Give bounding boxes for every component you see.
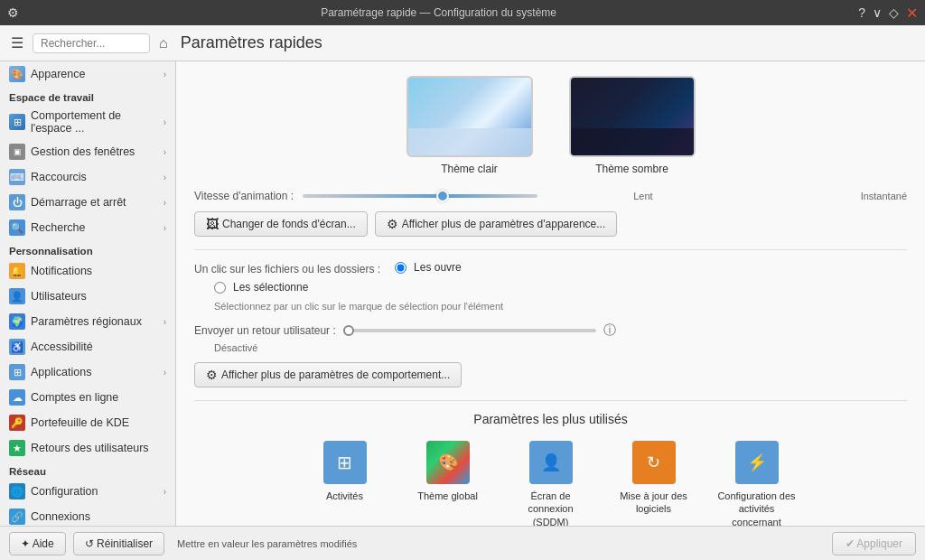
sidebar-item-connections[interactable]: 🔗 Connexions — [0, 504, 175, 526]
maximize-button[interactable]: ◇ — [889, 5, 899, 20]
feedback-label: Envoyer un retour utilisateur : — [194, 324, 336, 337]
minimize-button[interactable]: ∨ — [873, 5, 882, 20]
users-icon: 👤 — [9, 288, 25, 304]
sidebar-item-feedback[interactable]: ★ Retours des utilisateurs — [0, 435, 175, 461]
energy-icon: ⚡ — [735, 441, 779, 484]
wallpaper-icon: 🖼 — [206, 217, 219, 231]
sidebar-item-accounts[interactable]: ☁ Comptes en ligne — [0, 385, 175, 410]
sidebar-item-users[interactable]: 👤 Utilisateurs — [0, 284, 175, 309]
feedback-slider[interactable] — [343, 329, 596, 332]
sidebar: 🎨 Apparence › Espace de travail ⊞ Compor… — [0, 61, 176, 526]
most-used-theme[interactable]: 🎨 Thème global — [407, 441, 489, 526]
sidebar-label-applications: Applications — [31, 366, 91, 378]
animation-row: Vitesse d'animation : Lent Lent Instanta… — [194, 190, 907, 202]
chevron-icon: › — [164, 117, 166, 127]
sddm-label: Écran de connexion (SDDM) — [510, 490, 592, 526]
startup-icon: ⏻ — [9, 194, 25, 210]
chevron-icon: › — [164, 223, 166, 233]
click-hint: Sélectionnez par un clic sur le marque d… — [214, 301, 907, 312]
chevron-icon: › — [164, 147, 166, 157]
sidebar-label-accounts: Comptes en ligne — [31, 391, 118, 404]
bottom-bar: ✦ Aide ↺ Réinitialiser Mettre en valeur … — [0, 526, 925, 560]
behavior-icon: ⚙ — [206, 368, 218, 382]
more-appearance-button[interactable]: ⚙ Afficher plus de paramètres d'apparenc… — [375, 211, 618, 237]
click-open-option[interactable]: Les ouvre — [395, 261, 462, 274]
animation-slider[interactable] — [303, 194, 537, 198]
feedback-row: Envoyer un retour utilisateur : ⓘ — [194, 322, 907, 339]
sidebar-item-accessibility[interactable]: ♿ Accessibilité — [0, 334, 175, 359]
click-select-option[interactable]: Les sélectionne — [214, 281, 308, 294]
feedback-info-icon: ⓘ — [603, 322, 616, 339]
feedback-value: Désactivé — [214, 342, 907, 353]
search-icon: 🔍 — [9, 219, 25, 236]
help-button[interactable]: ? — [858, 5, 865, 20]
regional-icon: 🌍 — [9, 313, 25, 330]
sidebar-label-users: Utilisateurs — [31, 290, 87, 303]
sidebar-label-feedback: Retours des utilisateurs — [31, 442, 149, 454]
wallpaper-button[interactable]: 🖼 Changer de fonds d'écran... — [194, 211, 368, 237]
connections-icon: 🔗 — [9, 509, 25, 525]
sidebar-label-search: Recherche — [31, 221, 85, 234]
sidebar-item-shortcuts[interactable]: ⌨ Raccourcis › — [0, 164, 175, 190]
sidebar-item-startup[interactable]: ⏻ Démarrage et arrêt › — [0, 190, 175, 215]
chevron-icon: › — [164, 317, 166, 327]
sidebar-item-windows[interactable]: ▣ Gestion des fenêtres › — [0, 139, 175, 164]
sidebar-label-accessibility: Accessibilité — [31, 341, 93, 353]
window-title: Paramétrage rapide — Configuration du sy… — [19, 6, 858, 19]
more-behavior-button[interactable]: ⚙ Afficher plus de paramètres de comport… — [194, 362, 462, 387]
click-behavior-label: Un clic sur les fichiers ou les dossiers… — [194, 263, 380, 275]
content-area: Thème clair Thème sombre Vitesse d'anima… — [176, 61, 925, 526]
most-used-sddm[interactable]: 👤 Écran de connexion (SDDM) — [510, 441, 592, 526]
theme-dark-preview[interactable] — [569, 76, 696, 157]
click-select-radio[interactable] — [214, 282, 226, 294]
sidebar-item-search[interactable]: 🔍 Recherche › — [0, 215, 175, 240]
activities-icon: ⊞ — [323, 441, 367, 484]
sidebar-item-regional[interactable]: 🌍 Paramètres régionaux › — [0, 309, 175, 334]
section-personalization: Personnalisation — [0, 240, 175, 258]
most-used-activities[interactable]: ⊞ Activités — [304, 441, 386, 526]
reset-button[interactable]: ↺ Réinitialiser — [73, 532, 164, 555]
click-select-row: Les sélectionne — [214, 281, 907, 297]
help-button[interactable]: ✦ Aide — [9, 532, 66, 555]
sidebar-item-network-config[interactable]: 🌐 Configuration › — [0, 479, 175, 504]
theme-light-preview[interactable] — [406, 76, 533, 157]
workspace-icon: ⊞ — [9, 114, 25, 130]
home-button[interactable]: ⌂ — [155, 32, 172, 55]
sidebar-label-shortcuts: Raccourcis — [31, 171, 87, 183]
animation-label: Vitesse d'animation : — [194, 190, 294, 202]
theme-picker: Thème clair Thème sombre — [194, 76, 907, 175]
accessibility-icon: ♿ — [9, 339, 25, 355]
theme-icon: 🎨 — [426, 441, 470, 484]
updates-label: Mise à jour des logiciels — [613, 490, 695, 516]
most-used-items: ⊞ Activités 🎨 Thème global 👤 Écran de co… — [194, 441, 907, 526]
windows-icon: ▣ — [9, 144, 25, 160]
sidebar-item-notifications[interactable]: 🔔 Notifications — [0, 258, 175, 284]
theme-label: Thème global — [417, 490, 478, 502]
click-open-radio[interactable] — [395, 262, 406, 274]
animation-slow-label: Lent — [633, 191, 652, 201]
most-used-updates[interactable]: ↻ Mise à jour des logiciels — [613, 441, 695, 526]
sidebar-label-workspace: Comportement de l'espace ... — [31, 109, 158, 135]
theme-light-label: Thème clair — [441, 163, 498, 175]
sidebar-label-notifications: Notifications — [31, 265, 92, 277]
theme-dark-option[interactable]: Thème sombre — [569, 76, 696, 175]
apply-button[interactable]: ✔ Appliquer — [832, 532, 916, 555]
sidebar-item-applications[interactable]: ⊞ Applications › — [0, 359, 175, 385]
sidebar-item-appearance[interactable]: 🎨 Apparence › — [0, 61, 175, 87]
sidebar-item-wallet[interactable]: 🔑 Portefeuille de KDE — [0, 410, 175, 435]
theme-light-option[interactable]: Thème clair — [406, 76, 533, 175]
search-input[interactable] — [33, 33, 150, 53]
appearance-more-icon: ⚙ — [387, 217, 398, 231]
close-button[interactable]: ✕ — [906, 5, 918, 22]
notifications-icon: 🔔 — [9, 263, 25, 279]
app-icon: ⚙ — [7, 5, 19, 20]
click-select-label: Les sélectionne — [233, 281, 308, 294]
chevron-icon: › — [164, 70, 166, 79]
sidebar-label-wallet: Portefeuille de KDE — [31, 416, 129, 429]
animation-slider-container: Lent — [303, 194, 823, 198]
sidebar-item-workspace[interactable]: ⊞ Comportement de l'espace ... › — [0, 105, 175, 139]
titlebar-controls: ? ∨ ◇ ✕ — [858, 5, 918, 22]
menu-button[interactable]: ☰ — [7, 31, 27, 55]
most-used-energy[interactable]: ⚡ Configuration des activités concernant… — [716, 441, 798, 526]
section-network: Réseau — [0, 461, 175, 479]
